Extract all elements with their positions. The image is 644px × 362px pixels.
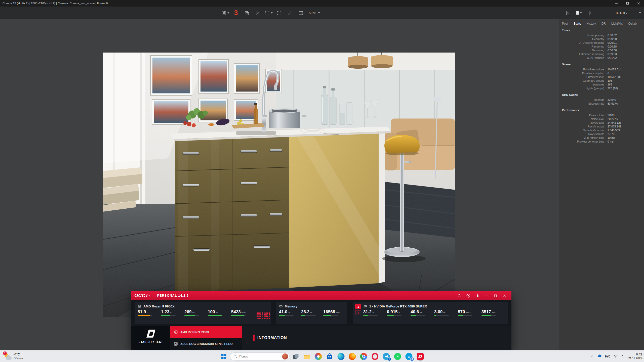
occt-close-button[interactable] (500, 292, 508, 299)
channel-select[interactable]: BEAUTY (616, 7, 641, 19)
metric-bar (458, 315, 472, 316)
windows-logo-icon (221, 353, 227, 360)
tab-history[interactable]: History (586, 22, 596, 25)
tab-post[interactable]: Post (562, 22, 568, 25)
stat-value: 20,22 % (608, 117, 618, 120)
menu-item-motherboard[interactable]: ASUS ROG CROSSHAIR X870E HERO (170, 338, 242, 350)
maximize-button[interactable] (622, 0, 633, 7)
metric-bar (323, 315, 338, 316)
ab-compare-button[interactable] (297, 9, 305, 18)
close-button[interactable] (633, 0, 644, 7)
stat-label: Geometry (562, 37, 604, 40)
render-start-button[interactable] (563, 9, 572, 18)
tab-dr[interactable]: DR (601, 22, 606, 25)
gpu-1-badge[interactable]: 1 (355, 304, 361, 309)
taskbar-item-firefox[interactable] (347, 351, 357, 361)
render-region-button[interactable] (264, 9, 273, 18)
taskbar-item-photos[interactable] (313, 351, 324, 361)
start-button[interactable] (219, 351, 229, 361)
fit-to-view-button[interactable] (275, 9, 284, 18)
volume-icon (621, 353, 626, 358)
denoise-toggle-button[interactable] (286, 9, 294, 18)
cpu-monitor-panel[interactable]: AMD Ryzen 9 9950X 81.9°C 1.23V 269W 100%… (135, 302, 271, 324)
occt-titlebar[interactable]: OCCT ® PERSONAL 14.2.6 (131, 291, 511, 300)
taskbar-item-occt[interactable] (415, 351, 425, 361)
render-stop-button[interactable] (575, 9, 583, 18)
stat-value: 33 040 (608, 98, 616, 101)
zoom-level-label: 50 % (309, 11, 316, 15)
cpu-metrics: 81.9°C 1.23V 269W 100% 5423MHz (135, 308, 271, 319)
cpu-power: 269W (184, 309, 208, 319)
weather-icon: 1 (4, 353, 12, 360)
stat-label: Primitives inst. (562, 75, 604, 78)
stat-value: 27 074 149 (608, 125, 621, 128)
gpu-monitor-panel[interactable]: 1 2 1 - NVIDIA GeForce RTX 4080 SUPER 31… (353, 302, 508, 324)
opera-icon (372, 353, 378, 360)
gpu-content: 1 - NVIDIA GeForce RTX 4080 SUPER 31.2°C… (360, 302, 508, 316)
tray-chevron-button[interactable] (590, 354, 594, 359)
gpu-2-badge[interactable]: 2 (355, 310, 361, 315)
occt-update-button[interactable] (455, 292, 463, 299)
stat-value: 0 ms (608, 140, 614, 143)
tab-stats[interactable]: Stats (574, 22, 581, 25)
clear-icon (255, 10, 260, 16)
stats-row: Scene parsing0:00:02 (562, 33, 641, 37)
search-input[interactable]: Поиск (230, 352, 290, 360)
firefox-icon (349, 353, 356, 360)
stat-value: 165 (608, 83, 612, 86)
minimize-button[interactable] (611, 0, 622, 7)
save-image-button[interactable] (221, 9, 229, 18)
occt-minimize-button[interactable] (482, 292, 490, 299)
render-continue-button[interactable] (586, 9, 595, 18)
tray-volume-button[interactable] (621, 353, 626, 359)
stability-test-label[interactable]: STABILITY TEST (139, 340, 163, 343)
occt-glyph (418, 354, 423, 358)
memory-monitor-panel[interactable]: Memory 41.0°C 26.2% 16568MB (276, 302, 347, 324)
zoom-select[interactable]: 50 % (307, 9, 321, 18)
taskbar-item-task-view[interactable] (291, 351, 301, 361)
stat-label: Primitives displac. (562, 72, 604, 75)
stat-value: 24 942 126 (608, 121, 621, 124)
memory-icon (279, 304, 283, 308)
corona-titlebar[interactable]: Corona 13 (Hotfix 2) | 2800×2100px (1:2)… (0, 0, 644, 7)
taskbar-item-telegram[interactable]: 3 (381, 351, 391, 361)
weather-widget[interactable]: 1 -4°C Облачно (2, 350, 26, 362)
metric-bar (279, 315, 294, 316)
region-dropdown-caret[interactable] (271, 12, 273, 14)
menu-item-cpu[interactable]: AMD RYZEN 9 9950X (170, 326, 242, 338)
occt-maximize-button[interactable] (491, 292, 499, 299)
clear-vfb-button[interactable] (253, 9, 262, 18)
taskbar: 1 -4°C Облачно Поиск (0, 350, 644, 362)
tab-lightmix[interactable]: LightMix (611, 22, 623, 25)
taskbar-item-edge[interactable] (336, 351, 346, 361)
taskbar-item-opera[interactable] (370, 351, 380, 361)
tab-collab[interactable]: Collab (628, 22, 637, 25)
tray-onedrive-button[interactable] (597, 354, 602, 359)
metric-bar (231, 315, 246, 316)
metric-bar (138, 315, 152, 316)
taskbar-item-microsoft-store[interactable] (325, 351, 335, 361)
phone-glyph (396, 354, 400, 358)
stat-label: Noise level (562, 117, 604, 120)
save-dropdown-caret[interactable] (227, 12, 229, 14)
maximize-icon (626, 2, 629, 5)
taskbar-item-skype[interactable]: 3 (404, 351, 414, 361)
taskbar-item-whatsapp[interactable] (393, 351, 403, 361)
clock[interactable]: 0:43 21.11.2025 (628, 353, 642, 360)
stat-label: Instances (562, 83, 604, 86)
language-indicator[interactable]: РУС (605, 355, 611, 358)
photos-icon (315, 353, 322, 360)
continue-icon (588, 11, 593, 16)
occt-help-button[interactable] (464, 292, 472, 299)
taskbar-item-chrome[interactable] (359, 351, 369, 361)
stats-row: Records33 040 (562, 98, 641, 102)
occt-screenshot-button[interactable] (473, 292, 481, 299)
stop-dropdown-caret[interactable] (580, 12, 582, 14)
minimize-icon (484, 294, 489, 298)
stat-value: 0:09:53 (608, 53, 617, 56)
copy-to-clipboard-button[interactable] (243, 9, 251, 18)
taskbar-item-file-explorer[interactable] (302, 351, 312, 361)
tray-network-button[interactable] (613, 353, 618, 359)
snapshot-count[interactable]: 3 (232, 9, 240, 18)
render-image (103, 53, 455, 317)
